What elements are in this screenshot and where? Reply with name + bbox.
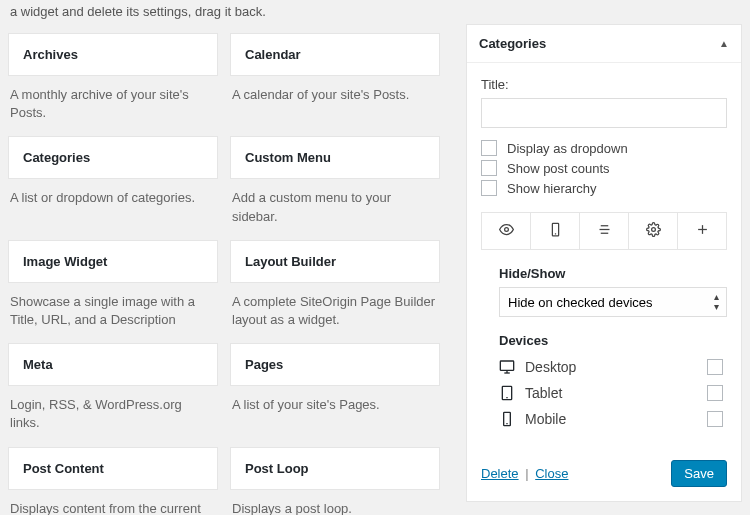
widget-title[interactable]: Post Loop bbox=[230, 447, 440, 490]
checkbox-label: Show hierarchy bbox=[507, 181, 597, 196]
tab-align[interactable] bbox=[580, 213, 629, 249]
title-input[interactable] bbox=[481, 98, 727, 128]
widget-title[interactable]: Meta bbox=[8, 343, 218, 386]
widget-custom-menu: Custom Menu Add a custom menu to your si… bbox=[230, 136, 452, 225]
widget-desc: A calendar of your site's Posts. bbox=[230, 76, 440, 104]
widget-post-content: Post Content Displays content from the c… bbox=[8, 447, 230, 516]
save-button[interactable]: Save bbox=[671, 460, 727, 487]
widget-meta: Meta Login, RSS, & WordPress.org links. bbox=[8, 343, 230, 432]
eye-icon bbox=[499, 222, 514, 237]
title-label: Title: bbox=[481, 77, 727, 92]
tab-settings[interactable] bbox=[629, 213, 678, 249]
close-link[interactable]: Close bbox=[535, 466, 568, 481]
check-show-hierarchy[interactable]: Show hierarchy bbox=[481, 180, 727, 196]
checkbox[interactable] bbox=[481, 160, 497, 176]
device-checkbox-desktop[interactable] bbox=[707, 359, 723, 375]
device-row-mobile: Mobile bbox=[499, 406, 723, 432]
widget-desc: Displays a post loop. bbox=[230, 490, 440, 516]
widget-title[interactable]: Archives bbox=[8, 33, 218, 76]
tab-add[interactable] bbox=[678, 213, 726, 249]
checkbox[interactable] bbox=[481, 140, 497, 156]
gear-icon bbox=[646, 222, 661, 237]
widget-layout-builder: Layout Builder A complete SiteOrigin Pag… bbox=[230, 240, 452, 329]
device-label-text: Mobile bbox=[525, 411, 566, 427]
mobile-icon bbox=[499, 411, 515, 427]
widget-settings-column: Categories ▲ Title: Display as dropdown … bbox=[466, 0, 750, 515]
check-show-counts[interactable]: Show post counts bbox=[481, 160, 727, 176]
desktop-icon bbox=[499, 359, 515, 375]
checkbox-label: Display as dropdown bbox=[507, 141, 628, 156]
device-label-text: Tablet bbox=[525, 385, 562, 401]
widget-calendar: Calendar A calendar of your site's Posts… bbox=[230, 33, 452, 122]
intro-text: a widget and delete its settings, drag i… bbox=[8, 0, 452, 33]
device-row-tablet: Tablet bbox=[499, 380, 723, 406]
widget-desc: A list or dropdown of categories. bbox=[8, 179, 218, 207]
mobile-icon bbox=[548, 222, 563, 237]
widget-title[interactable]: Layout Builder bbox=[230, 240, 440, 283]
widget-desc: A list of your site's Pages. bbox=[230, 386, 440, 414]
widget-desc: Login, RSS, & WordPress.org links. bbox=[8, 386, 218, 432]
device-checkbox-tablet[interactable] bbox=[707, 385, 723, 401]
widget-categories: Categories A list or dropdown of categor… bbox=[8, 136, 230, 225]
tablet-icon bbox=[499, 385, 515, 401]
collapse-caret-icon: ▲ bbox=[719, 38, 729, 49]
widget-title[interactable]: Categories bbox=[8, 136, 218, 179]
widget-title[interactable]: Custom Menu bbox=[230, 136, 440, 179]
hide-show-select[interactable]: Hide on checked devices bbox=[499, 287, 727, 317]
plus-icon bbox=[695, 222, 710, 237]
hide-show-label: Hide/Show bbox=[481, 266, 727, 281]
tab-visibility[interactable] bbox=[482, 213, 531, 249]
widget-archives: Archives A monthly archive of your site'… bbox=[8, 33, 230, 122]
divider: | bbox=[525, 466, 528, 481]
widget-desc: Displays content from the current post. bbox=[8, 490, 218, 516]
device-row-desktop: Desktop bbox=[499, 354, 723, 380]
svg-point-0 bbox=[504, 228, 508, 232]
settings-tab-strip bbox=[481, 212, 727, 250]
widget-title[interactable]: Post Content bbox=[8, 447, 218, 490]
panel-title: Categories bbox=[479, 36, 546, 51]
widget-pages: Pages A list of your site's Pages. bbox=[230, 343, 452, 432]
widget-title[interactable]: Image Widget bbox=[8, 240, 218, 283]
widget-post-loop: Post Loop Displays a post loop. bbox=[230, 447, 452, 516]
panel-header[interactable]: Categories ▲ bbox=[467, 25, 741, 63]
widget-list: Archives A monthly archive of your site'… bbox=[8, 33, 452, 515]
hide-show-select-wrap: Hide on checked devices ▴▾ bbox=[499, 287, 727, 317]
widget-desc: Add a custom menu to your sidebar. bbox=[230, 179, 440, 225]
widget-desc: Showcase a single image with a Title, UR… bbox=[8, 283, 218, 329]
categories-widget-panel: Categories ▲ Title: Display as dropdown … bbox=[466, 24, 742, 502]
check-display-dropdown[interactable]: Display as dropdown bbox=[481, 140, 727, 156]
available-widgets-column: a widget and delete its settings, drag i… bbox=[0, 0, 466, 515]
checkbox[interactable] bbox=[481, 180, 497, 196]
svg-rect-9 bbox=[500, 361, 513, 370]
panel-footer: Delete | Close Save bbox=[467, 446, 741, 501]
widget-title[interactable]: Calendar bbox=[230, 33, 440, 76]
devices-section: Desktop Tablet Mobile bbox=[481, 354, 727, 432]
device-checkbox-mobile[interactable] bbox=[707, 411, 723, 427]
svg-point-6 bbox=[651, 228, 655, 232]
align-icon bbox=[597, 222, 612, 237]
device-label-text: Desktop bbox=[525, 359, 576, 375]
checkbox-label: Show post counts bbox=[507, 161, 610, 176]
widget-desc: A complete SiteOrigin Page Builder layou… bbox=[230, 283, 440, 329]
widget-desc: A monthly archive of your site's Posts. bbox=[8, 76, 218, 122]
widget-image-widget: Image Widget Showcase a single image wit… bbox=[8, 240, 230, 329]
devices-label: Devices bbox=[481, 333, 727, 348]
panel-body: Title: Display as dropdown Show post cou… bbox=[467, 63, 741, 446]
widget-title[interactable]: Pages bbox=[230, 343, 440, 386]
delete-link[interactable]: Delete bbox=[481, 466, 519, 481]
tab-devices[interactable] bbox=[531, 213, 580, 249]
